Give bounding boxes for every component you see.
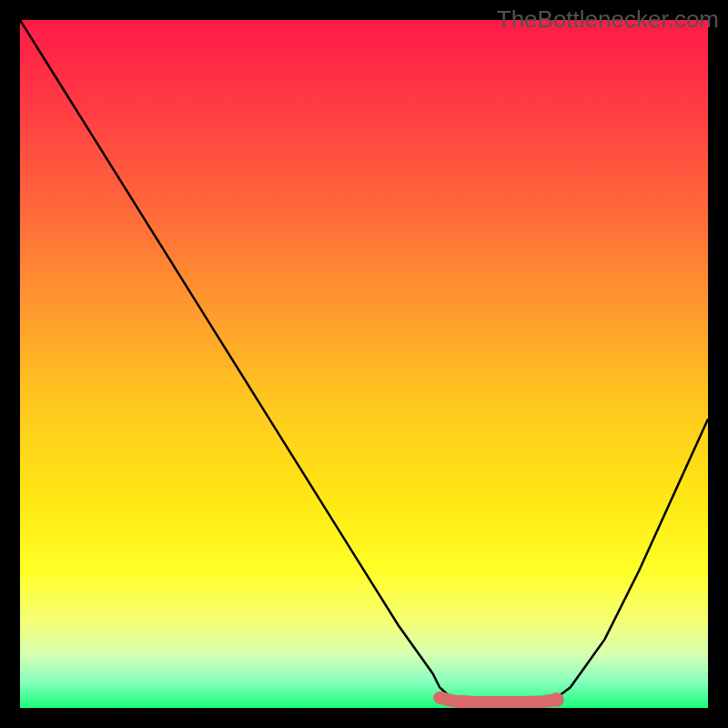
watermark-text: TheBottlenecker.com bbox=[497, 5, 719, 34]
optimal-zone bbox=[440, 698, 557, 703]
bottleneck-curve bbox=[20, 20, 708, 703]
chart-container bbox=[20, 20, 708, 708]
optimal-end-marker bbox=[550, 693, 564, 707]
plot-area bbox=[20, 20, 708, 708]
